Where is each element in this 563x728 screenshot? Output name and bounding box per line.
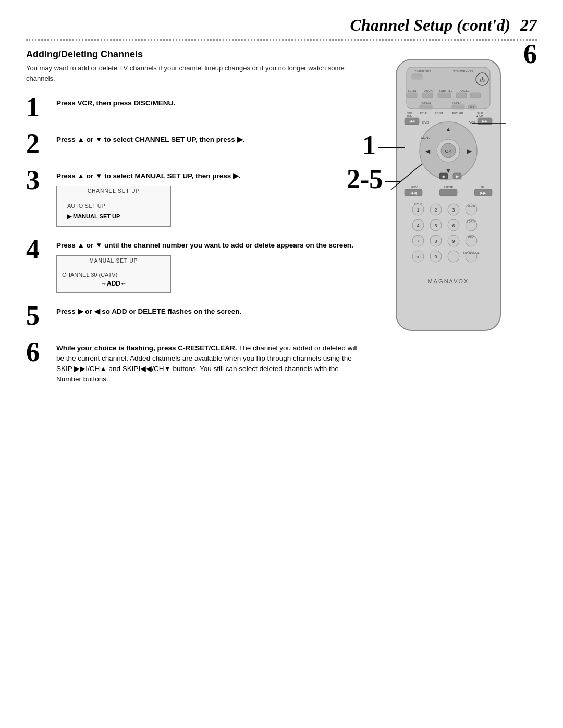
svg-text:TITLE: TITLE: [420, 112, 427, 115]
step-4-menu-title: MANUAL SET UP: [57, 256, 170, 266]
section-subtitle: You may want to add or delete TV channel…: [26, 63, 360, 83]
step-6-number: 6: [26, 339, 51, 366]
step-5: 5 Press ▶ or ◀ so ADD or DELETE flashes …: [26, 302, 360, 329]
step-4-channel-row: CHANNEL 30 (CATV): [62, 270, 165, 279]
menu-item-manual: MANUAL SET UP: [62, 211, 165, 222]
page-title: Channel Setup (cont'd): [350, 16, 511, 34]
step-3-text: Press ▲ or ▼ to select MANUAL SET UP, th…: [56, 171, 360, 181]
main-layout: Adding/Deleting Channels You may want to…: [26, 49, 537, 398]
step-1: 1 Press VCR, then press DISC/MENU.: [26, 94, 360, 121]
svg-rect-6: [412, 74, 422, 79]
step-5-content: Press ▶ or ◀ so ADD or DELETE flashes on…: [56, 302, 360, 320]
svg-text:A-B: A-B: [470, 105, 475, 108]
dotted-separator: [26, 39, 537, 41]
svg-text:◀◀: ◀◀: [410, 191, 417, 195]
svg-text:2: 2: [434, 207, 437, 213]
svg-text:▶: ▶: [467, 147, 472, 155]
svg-text:REV: REV: [411, 186, 418, 189]
svg-rect-19: [452, 105, 464, 109]
svg-text:◀◀: ◀◀: [409, 119, 415, 123]
step-3-content: Press ▲ or ▼ to select MANUAL SET UP, th…: [56, 167, 360, 227]
svg-text:0: 0: [434, 254, 437, 260]
step-4-text: Press ▲ or ▼ until the channel number yo…: [56, 240, 360, 251]
page-header: Channel Setup (cont'd) 27: [26, 16, 537, 35]
svg-text:TRK: TRK: [407, 114, 412, 117]
svg-text:REPEAT: REPEAT: [421, 101, 431, 104]
svg-text:AUDIO: AUDIO: [424, 89, 434, 92]
svg-text:■: ■: [443, 174, 445, 179]
svg-text:MAGNAVOX: MAGNAVOX: [428, 278, 469, 285]
svg-text:▲: ▲: [445, 126, 451, 133]
step-6: 6 While your choice is flashing, press C…: [26, 339, 360, 388]
step-3: 3 Press ▲ or ▼ to select MANUAL SET UP, …: [26, 167, 360, 227]
step-3-menu-content: AUTO SET UP MANUAL SET UP: [57, 196, 170, 226]
svg-text:DVD: DVD: [422, 121, 429, 124]
svg-text:⏸: ⏸: [446, 191, 450, 195]
svg-text:6: 6: [452, 223, 455, 228]
svg-text:1: 1: [417, 207, 419, 213]
remote-label-6: 6: [523, 39, 537, 69]
step-1-text: Press VCR, then press DISC/MENU.: [56, 98, 360, 108]
svg-text:REPEAT: REPEAT: [452, 101, 463, 104]
menu-item-auto: AUTO SET UP: [62, 201, 165, 211]
svg-text:9: 9: [452, 239, 455, 244]
step-6-content: While your choice is flashing, press C-R…: [56, 339, 360, 388]
page: Channel Setup (cont'd) 27 Adding/Deletin…: [0, 0, 563, 728]
svg-text:MENU: MENU: [421, 136, 431, 139]
step-1-number: 1: [26, 94, 51, 121]
svg-text:ZOOM: ZOOM: [435, 112, 443, 115]
left-content: Adding/Deleting Channels You may want to…: [26, 49, 370, 398]
svg-text:10: 10: [416, 255, 421, 260]
page-number: 27: [520, 16, 537, 34]
svg-text:⏻: ⏻: [480, 77, 485, 83]
svg-text:PAUSE: PAUSE: [444, 186, 454, 189]
svg-text:SLOW: SLOW: [468, 204, 475, 207]
svg-rect-1: [407, 67, 490, 109]
step-4-menu: MANUAL SET UP CHANNEL 30 (CATV) →ADD←: [56, 255, 171, 293]
step-1-content: Press VCR, then press DISC/MENU.: [56, 94, 360, 112]
svg-text:BRAIN/MODE: BRAIN/MODE: [463, 251, 480, 254]
svg-text:ANGLE: ANGLE: [460, 89, 470, 92]
remote-label-25: 2-5: [347, 164, 401, 194]
svg-text:▶▶: ▶▶: [480, 191, 487, 195]
svg-rect-14: [456, 93, 467, 98]
step-2: 2 Press ▲ or ▼ to select CHANNEL SET UP,…: [26, 130, 360, 157]
svg-rect-11: [407, 93, 417, 98]
svg-text:FF: FF: [481, 186, 484, 189]
step-4: 4 Press ▲ or ▼ until the channel number …: [26, 236, 360, 292]
svg-text:OK: OK: [445, 149, 451, 154]
step-3-menu: CHANNEL SET UP AUTO SET UP MANUAL SET UP: [56, 186, 171, 227]
step-4-menu-content: CHANNEL 30 (CATV) →ADD←: [57, 266, 170, 292]
step-5-text: Press ▶ or ◀ so ADD or DELETE flashes on…: [56, 306, 360, 317]
svg-text:7: 7: [417, 239, 419, 244]
svg-text:VORTY: VORTY: [467, 220, 476, 223]
remote-image: ⏻ STANDBY/ON TIMER SET SETUP AUDIO SUBTI…: [381, 54, 527, 348]
step-2-content: Press ▲ or ▼ to select CHANNEL SET UP, t…: [56, 130, 360, 148]
step-6-text: While your choice is flashing, press C-R…: [56, 343, 360, 385]
svg-text:◀: ◀: [425, 147, 431, 155]
step-3-menu-title: CHANNEL SET UP: [57, 186, 170, 196]
svg-text:SUBTITLE: SUBTITLE: [439, 89, 453, 92]
svg-text:▶▶: ▶▶: [482, 119, 488, 123]
step-3-number: 3: [26, 167, 51, 194]
remote-label-1: 1: [362, 130, 405, 161]
svg-text:5: 5: [434, 223, 437, 228]
svg-rect-18: [420, 105, 432, 109]
step-4-content: Press ▲ or ▼ until the channel number yo…: [56, 236, 360, 292]
svg-text:TIMER SET: TIMER SET: [414, 70, 431, 73]
svg-text:SETUP: SETUP: [408, 89, 418, 92]
svg-text:STANDBY/ON: STANDBY/ON: [453, 70, 473, 73]
svg-text:3: 3: [452, 207, 455, 213]
svg-point-86: [448, 251, 459, 262]
step-5-number: 5: [26, 302, 51, 329]
svg-text:8: 8: [434, 239, 437, 244]
svg-text:▶: ▶: [456, 174, 459, 179]
svg-text:RETURN: RETURN: [452, 112, 463, 115]
svg-text:4: 4: [417, 223, 419, 228]
step-4-add-row: →ADD←: [62, 279, 165, 288]
section-title: Adding/Deleting Channels: [26, 49, 360, 60]
svg-text:▲/CH: ▲/CH: [476, 114, 483, 117]
svg-rect-12: [422, 93, 433, 98]
svg-rect-15: [470, 93, 481, 98]
step-2-text: Press ▲ or ▼ to select CHANNEL SET UP, t…: [56, 134, 360, 145]
